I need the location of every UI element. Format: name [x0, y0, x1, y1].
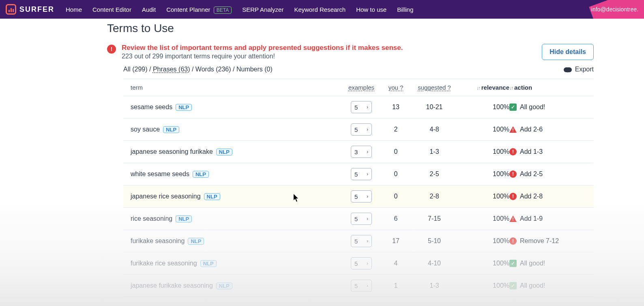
relevance-value: 100%	[457, 193, 509, 200]
term-cell[interactable]: furikake rice seasoningNLP	[131, 260, 343, 267]
nlp-badge: NLP	[216, 149, 232, 155]
alert-icon: !	[107, 45, 116, 54]
warning-circle-icon: !	[509, 193, 517, 200]
th-you[interactable]: you ?	[380, 84, 412, 91]
brand[interactable]: SURFER	[6, 4, 54, 15]
account-email[interactable]: info@decisiontree.	[591, 6, 638, 13]
term-text: japanese rice seasoning	[131, 193, 201, 200]
th-action[interactable]: action	[509, 84, 586, 91]
examples-button[interactable]: 5›	[351, 123, 372, 136]
you-count: 6	[380, 215, 412, 222]
action-cell: ✓All good!	[509, 260, 586, 267]
nav-how-to-use[interactable]: How to use	[356, 6, 386, 13]
filter-words[interactable]: Words (236)	[195, 66, 231, 73]
warning-triangle-icon	[509, 126, 517, 133]
examples-button[interactable]: 5›	[351, 213, 372, 225]
action-cell: !Add 2-8	[509, 193, 586, 200]
filter-all[interactable]: All (299)	[123, 66, 148, 73]
term-cell[interactable]: furikake seasoningNLP	[131, 237, 343, 245]
examples-button[interactable]: 3›	[351, 146, 372, 158]
th-suggested[interactable]: suggested ?	[412, 84, 457, 91]
action-cell: !Add 2-5	[509, 170, 586, 178]
term-text: japanese seasoning furikake	[131, 148, 213, 155]
suggested-range: 2-5	[412, 170, 457, 178]
nav-home[interactable]: Home	[66, 6, 82, 13]
examples-button[interactable]: 5›	[351, 168, 372, 180]
term-cell[interactable]: japanese seasoning furikakeNLP	[131, 148, 343, 155]
suggested-range: 10-21	[412, 103, 457, 111]
alert-title: Review the list of important terms and a…	[122, 44, 403, 52]
action-text: All good!	[520, 260, 545, 267]
alert-row: ! Review the list of important terms and…	[107, 44, 594, 60]
nlp-badge: NLP	[188, 238, 204, 245]
warning-circle-icon: !	[509, 237, 517, 245]
term-text: white sesame seeds	[131, 170, 189, 178]
action-text: Add 1-3	[520, 148, 543, 155]
relevance-value: 100%	[457, 282, 509, 289]
filter-tabs: All (299) / Phrases (63) / Words (236) /…	[123, 66, 273, 73]
action-cell: ✓All good!	[509, 282, 586, 289]
examples-count: 5	[354, 193, 358, 200]
chevron-right-icon: ›	[367, 194, 368, 199]
nav-audit[interactable]: Audit	[142, 6, 156, 13]
suggested-range: 1-3	[412, 148, 457, 155]
term-text: soy sauce	[131, 126, 160, 133]
nlp-badge: NLP	[204, 193, 220, 200]
term-cell[interactable]: japanese rice seasoningNLP	[131, 193, 343, 200]
table-row: furikake rice seasoningNLP5›44-10100%✓Al…	[123, 252, 594, 275]
alert-subtitle: 223 out of 299 important terms require y…	[122, 53, 403, 60]
nav-billing[interactable]: Billing	[397, 6, 413, 13]
term-cell[interactable]: soy sauceNLP	[131, 126, 343, 133]
examples-count: 5	[354, 171, 358, 178]
relevance-value: 100%	[457, 260, 509, 267]
term-cell[interactable]: rice seasoningNLP	[131, 215, 343, 222]
suggested-range: 7-15	[412, 215, 457, 222]
examples-button[interactable]: 5›	[351, 280, 372, 292]
th-examples[interactable]: examples	[343, 84, 380, 91]
nlp-badge: NLP	[176, 104, 192, 111]
surfer-logo-icon	[6, 4, 16, 15]
term-cell[interactable]: sesame seedsNLP	[131, 103, 343, 111]
check-icon: ✓	[509, 282, 517, 289]
examples-count: 5	[354, 282, 358, 289]
nlp-badge: NLP	[193, 171, 209, 178]
examples-button[interactable]: 5›	[351, 190, 372, 203]
export-label: Export	[575, 66, 594, 73]
examples-button[interactable]: 5›	[351, 235, 372, 247]
sort-icon	[477, 84, 480, 91]
you-count: 0	[380, 170, 412, 178]
term-cell[interactable]: japanese furikake seasoningNLP	[131, 282, 343, 289]
you-count: 1	[380, 282, 412, 289]
examples-count: 5	[354, 260, 358, 267]
examples-count: 3	[354, 149, 358, 155]
nav-serp-analyzer[interactable]: SERP Analyzer	[242, 6, 283, 13]
examples-button[interactable]: 5›	[351, 101, 372, 113]
examples-count: 5	[354, 126, 358, 133]
chevron-right-icon: ›	[367, 149, 368, 155]
th-term: term	[131, 84, 343, 91]
nav-keyword-research[interactable]: Keyword Research	[294, 6, 346, 13]
action-text: Add 2-6	[520, 126, 543, 133]
export-button[interactable]: Export	[564, 66, 594, 73]
th-relevance[interactable]: relevance	[457, 84, 509, 91]
suggested-range: 5-10	[412, 237, 457, 245]
nav-content-planner-label: Content Planner	[166, 6, 210, 13]
hide-details-button[interactable]: Hide details	[542, 44, 594, 60]
you-count: 17	[380, 237, 412, 245]
examples-button[interactable]: 5›	[351, 257, 372, 269]
filter-phrases[interactable]: Phrases (63)	[153, 66, 190, 73]
suggested-range: 2-8	[412, 193, 457, 200]
nav-content-editor[interactable]: Content Editor	[92, 6, 131, 13]
sort-icon	[509, 84, 513, 91]
nlp-badge: NLP	[216, 282, 232, 289]
filter-numbers[interactable]: Numbers (0)	[236, 66, 273, 73]
examples-count: 5	[354, 104, 358, 111]
term-text: furikake rice seasoning	[131, 260, 197, 267]
beta-badge: BETA	[214, 6, 232, 14]
term-cell[interactable]: white sesame seedsNLP	[131, 170, 343, 178]
nlp-badge: NLP	[163, 126, 179, 133]
suggested-range: 4-10	[412, 260, 457, 267]
nav-content-planner[interactable]: Content Planner BETA	[166, 6, 232, 13]
chevron-right-icon: ›	[367, 104, 368, 110]
action-text: All good!	[520, 103, 545, 111]
